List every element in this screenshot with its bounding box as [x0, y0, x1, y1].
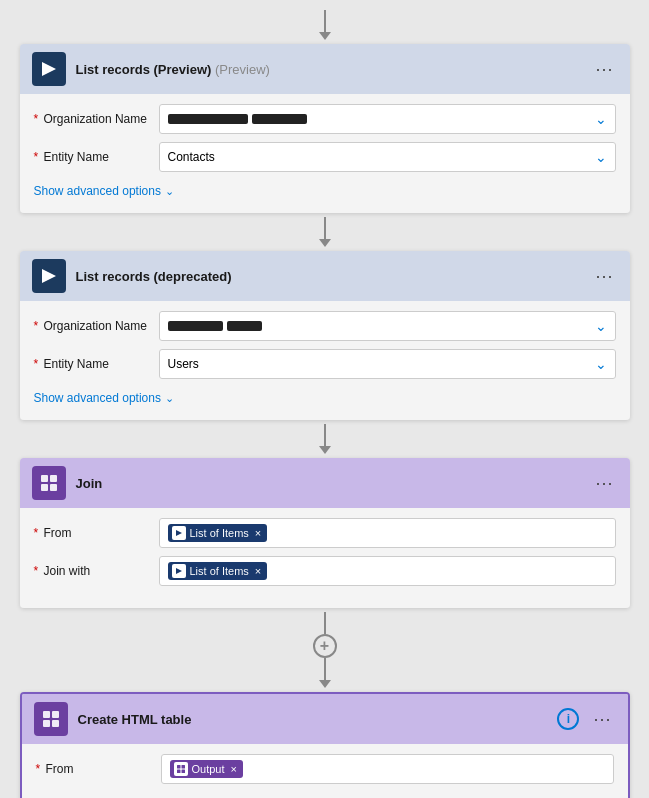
- redacted-bar-1b: [252, 114, 307, 124]
- redacted-bar-2b: [227, 321, 262, 331]
- card-header-deprecated: List records (deprecated) ···: [20, 251, 630, 301]
- tag-icon-3a: [172, 526, 186, 540]
- svg-rect-15: [181, 770, 185, 774]
- card-header-join: Join ···: [20, 458, 630, 508]
- plus-button-4[interactable]: +: [313, 634, 337, 658]
- tag-close-3b[interactable]: ×: [255, 565, 261, 577]
- svg-marker-6: [176, 530, 182, 536]
- flow-container: List records (Preview) (Preview) ··· * O…: [15, 10, 635, 798]
- card-join: Join ··· * From List of Items ×: [20, 458, 630, 608]
- card-list-records-deprecated: List records (deprecated) ··· * Organiza…: [20, 251, 630, 420]
- chevron-entity-1: ⌄: [595, 149, 607, 165]
- card-icon-purple-1: [32, 466, 66, 500]
- from-tag-input-4[interactable]: Output ×: [161, 754, 614, 784]
- svg-rect-14: [177, 770, 181, 774]
- svg-marker-7: [176, 568, 182, 574]
- card-icon-blue-1: [32, 52, 66, 86]
- entity-name-value-2: Users: [168, 357, 199, 371]
- joinwith-tag-3: List of Items ×: [168, 562, 268, 580]
- card-title-text-4: Create HTML table: [78, 712, 192, 727]
- card-create-html-table: Create HTML table i ··· * From: [20, 692, 630, 798]
- chevron-org-1: ⌄: [595, 111, 607, 127]
- card-header-list-records-preview: List records (Preview) (Preview) ···: [20, 44, 630, 94]
- connector-2: [319, 217, 331, 247]
- form-label-org-2: * Organization Name: [34, 319, 149, 333]
- from-tag-3: List of Items ×: [168, 524, 268, 542]
- entity-name-value-1: Contacts: [168, 150, 215, 164]
- connector-plus-4: +: [313, 612, 337, 688]
- card-title-2: List records (deprecated): [76, 269, 582, 284]
- advanced-chevron-1: ⌄: [165, 185, 174, 198]
- svg-rect-8: [43, 711, 50, 718]
- card-list-records-preview: List records (Preview) (Preview) ··· * O…: [20, 44, 630, 213]
- form-row-org-1: * Organization Name ⌄: [34, 104, 616, 134]
- form-row-from-3: * From List of Items ×: [34, 518, 616, 548]
- form-row-org-2: * Organization Name ⌄: [34, 311, 616, 341]
- chevron-org-2: ⌄: [595, 318, 607, 334]
- advanced-options-link-2[interactable]: Show advanced options ⌄: [34, 391, 174, 405]
- card-body-4: * From Output: [22, 744, 628, 798]
- redacted-bar-2a: [168, 321, 223, 331]
- entity-name-input-2[interactable]: Users ⌄: [159, 349, 616, 379]
- form-label-joinwith-3: * Join with: [34, 564, 149, 578]
- tag-label-3b: List of Items: [190, 565, 249, 577]
- more-button-1[interactable]: ···: [591, 59, 617, 80]
- connector-arrowhead-top: [319, 32, 331, 40]
- svg-rect-4: [41, 484, 48, 491]
- card-icon-blue-2: [32, 259, 66, 293]
- advanced-chevron-2: ⌄: [165, 392, 174, 405]
- tag-label-3a: List of Items: [190, 527, 249, 539]
- svg-rect-3: [50, 475, 57, 482]
- from-tag-input-3[interactable]: List of Items ×: [159, 518, 616, 548]
- card-body-2: * Organization Name ⌄ * Entity Name User…: [20, 301, 630, 420]
- form-row-entity-1: * Entity Name Contacts ⌄: [34, 142, 616, 172]
- tag-close-4[interactable]: ×: [231, 763, 237, 775]
- tag-label-4: Output: [192, 763, 225, 775]
- more-button-2[interactable]: ···: [591, 266, 617, 287]
- from-tag-4: Output ×: [170, 760, 243, 778]
- form-label-from-3: * From: [34, 526, 149, 540]
- card-title-1: List records (Preview) (Preview): [76, 62, 582, 77]
- form-label-org-1: * Organization Name: [34, 112, 149, 126]
- card-title-3: Join: [76, 476, 582, 491]
- connector-line-top: [324, 10, 326, 32]
- svg-rect-9: [52, 711, 59, 718]
- card-title-text-2: List records (deprecated): [76, 269, 232, 284]
- advanced-options-label-2: Show advanced options: [34, 391, 161, 405]
- form-row-from-4: * From Output: [36, 754, 614, 784]
- org-name-input-2[interactable]: ⌄: [159, 311, 616, 341]
- card-body-1: * Organization Name ⌄ * Entity Name Cont…: [20, 94, 630, 213]
- card-header-html-table: Create HTML table i ···: [22, 694, 628, 744]
- more-button-3[interactable]: ···: [591, 473, 617, 494]
- svg-rect-12: [177, 765, 181, 769]
- chevron-entity-2: ⌄: [595, 356, 607, 372]
- tag-icon-3b: [172, 564, 186, 578]
- entity-name-input-1[interactable]: Contacts ⌄: [159, 142, 616, 172]
- svg-rect-13: [181, 765, 185, 769]
- redacted-bar-1a: [168, 114, 248, 124]
- joinwith-tag-input-3[interactable]: List of Items ×: [159, 556, 616, 586]
- form-label-entity-2: * Entity Name: [34, 357, 149, 371]
- svg-rect-11: [52, 720, 59, 727]
- svg-marker-0: [42, 62, 56, 76]
- form-row-entity-2: * Entity Name Users ⌄: [34, 349, 616, 379]
- card-icon-purple-2: [34, 702, 68, 736]
- form-label-from-4: * From: [36, 762, 151, 776]
- advanced-options-label-1: Show advanced options: [34, 184, 161, 198]
- form-label-entity-1: * Entity Name: [34, 150, 149, 164]
- card-title-text-3: Join: [76, 476, 103, 491]
- tag-close-3a[interactable]: ×: [255, 527, 261, 539]
- svg-rect-2: [41, 475, 48, 482]
- connector-3: [319, 424, 331, 454]
- top-connector: [319, 10, 331, 40]
- more-button-4[interactable]: ···: [589, 709, 615, 730]
- svg-rect-10: [43, 720, 50, 727]
- form-row-joinwith-3: * Join with List of Items ×: [34, 556, 616, 586]
- info-button-4[interactable]: i: [557, 708, 579, 730]
- card-preview-badge-1: (Preview): [215, 62, 270, 77]
- org-name-input-1[interactable]: ⌄: [159, 104, 616, 134]
- advanced-options-link-1[interactable]: Show advanced options ⌄: [34, 184, 174, 198]
- card-title-4: Create HTML table: [78, 712, 548, 727]
- card-title-text-1: List records (Preview): [76, 62, 212, 77]
- svg-marker-1: [42, 269, 56, 283]
